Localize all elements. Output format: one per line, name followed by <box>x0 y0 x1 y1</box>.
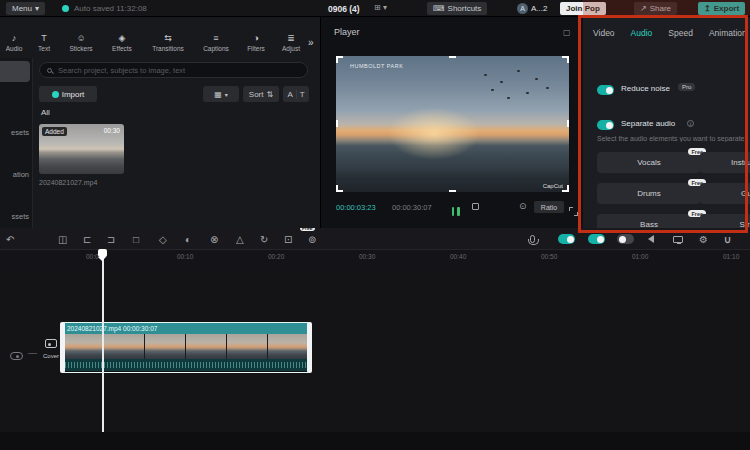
sort-button[interactable]: Sort ⇅ <box>243 86 279 102</box>
join-pro-button[interactable]: Join Pop <box>560 2 606 15</box>
stop-button[interactable] <box>472 203 479 210</box>
tab-captions[interactable]: ≡ Captions <box>194 34 238 52</box>
timeline-toggle-2[interactable] <box>588 234 605 244</box>
clip-trim-handle-right[interactable] <box>307 322 312 373</box>
record-icon[interactable]: ⊚ <box>308 228 316 250</box>
ratio-button[interactable]: Ratio <box>534 201 564 213</box>
timeline-toolbar: ↶ ◫ ⊏ ⊐ □ ◇ ◐ ⊗ △ ↻ ⊡ ⊚ Free ⚙ ∪ <box>0 228 750 250</box>
tab-overflow-button[interactable]: » <box>308 37 321 48</box>
tab-adjust[interactable]: ≣ Adjust <box>274 34 308 52</box>
tab-stickers[interactable]: ☺ Stickers <box>60 34 102 52</box>
playhead-line[interactable] <box>102 250 104 432</box>
tab-transitions[interactable]: ⇆ Transitions <box>142 34 194 52</box>
mirror-icon[interactable]: ◐ <box>185 228 191 250</box>
timeline-toggle-3[interactable] <box>617 234 634 244</box>
video-preview[interactable]: HUMBOLDT PARK CapCut <box>336 56 569 192</box>
delete-icon[interactable]: □ <box>133 228 139 250</box>
selection-handle[interactable] <box>336 56 343 63</box>
ruler-label: 00:30 <box>359 253 375 260</box>
delete-left-icon[interactable]: ⊏ <box>83 228 91 250</box>
tab-effects[interactable]: ◈ Effects <box>102 34 142 52</box>
selection-handle[interactable] <box>449 56 456 58</box>
player-expand-icon[interactable]: ▢ <box>563 28 571 37</box>
capcut-watermark: CapCut <box>543 183 563 189</box>
filter-text-button[interactable]: T <box>297 90 308 99</box>
media-search[interactable] <box>39 62 308 78</box>
track-collapse-icon[interactable]: — <box>28 348 37 358</box>
playhead-handle[interactable] <box>98 249 107 257</box>
capcut-editor-window: Menu ▾ Auto saved 11:32:08 0906 (4) ⊞ ▾ … <box>0 0 750 450</box>
info-icon[interactable]: i <box>687 120 694 127</box>
stem-drums-button[interactable]: Drums Free <box>597 183 701 204</box>
tab-animation[interactable]: Animation <box>709 28 747 38</box>
view-options-button[interactable]: ▦ ▾ <box>203 86 239 102</box>
player-title: Player <box>334 27 360 37</box>
pro-badge: Pro <box>678 83 695 91</box>
stem-vocals-button[interactable]: Vocals Free <box>597 152 701 173</box>
voiceover-mic-icon[interactable] <box>530 228 535 250</box>
timeline-ruler[interactable]: 00:00 00:10 00:20 00:30 00:40 00:50 01:0… <box>0 250 750 266</box>
pause-button[interactable] <box>450 202 461 220</box>
mute-icon[interactable]: △ <box>236 228 244 250</box>
selection-handle[interactable] <box>567 120 569 127</box>
loop-icon[interactable]: ↻ <box>260 228 268 250</box>
shortcuts-button[interactable]: ⌨ Shortcuts <box>427 2 487 15</box>
filter-all-button[interactable]: A <box>284 90 296 99</box>
tab-video[interactable]: Video <box>593 28 615 38</box>
reduce-noise-label: Reduce noise <box>621 84 670 93</box>
side-nav-item[interactable]: ation <box>0 170 29 179</box>
delete-right-icon[interactable]: ⊐ <box>107 228 115 250</box>
adjust-icon: ≣ <box>287 34 295 43</box>
settings-gear-icon[interactable]: ⚙ <box>699 228 708 250</box>
magnet-snap-icon[interactable]: ∪ <box>724 228 731 250</box>
import-button[interactable]: Import <box>39 86 97 102</box>
selection-handle[interactable] <box>562 56 569 63</box>
side-nav-item[interactable]: esets <box>0 128 29 137</box>
display-icon[interactable] <box>673 228 683 250</box>
avatar[interactable]: A <box>517 3 528 14</box>
side-nav-item[interactable]: ssets <box>0 212 29 221</box>
snapshot-button[interactable]: ⊙ <box>519 201 527 211</box>
timeline-clip[interactable]: 20240821027.mp4 00:00:30:07 <box>62 322 310 373</box>
tab-speed[interactable]: Speed <box>668 28 693 38</box>
selection-handle[interactable] <box>449 190 456 192</box>
split-icon[interactable]: ◫ <box>58 228 67 250</box>
layout-switcher-button[interactable]: ⊞ ▾ <box>374 3 387 12</box>
ruler-label: 01:10 <box>723 253 739 260</box>
bird-speck <box>507 97 510 99</box>
freeze-icon[interactable]: ◇ <box>159 228 167 250</box>
stem-instruments-button[interactable]: Instruments <box>700 152 750 173</box>
menu-button[interactable]: Menu ▾ <box>6 2 45 15</box>
remove-icon[interactable]: ⊗ <box>210 228 218 250</box>
stem-bass-button[interactable]: Bass Free <box>597 214 701 228</box>
timeline-toggle-1[interactable] <box>558 234 575 244</box>
side-nav-item-selected[interactable] <box>0 61 30 82</box>
tab-text[interactable]: T Text <box>28 34 60 52</box>
timeline-bottom-strip <box>0 432 750 450</box>
stem-strings-button[interactable]: Strings <box>700 214 750 228</box>
tab-audio[interactable]: ♪ Audio <box>0 34 28 52</box>
search-input[interactable] <box>56 65 286 76</box>
share-button[interactable]: ↗ Share <box>634 2 677 15</box>
reduce-noise-toggle[interactable] <box>597 85 614 95</box>
media-asset-thumbnail[interactable]: Added 00:30 <box>39 124 124 174</box>
clip-trim-handle-left[interactable] <box>60 322 65 373</box>
cover-button[interactable]: Cover <box>40 334 62 359</box>
stem-guitar-button[interactable]: Guitar <box>700 183 750 204</box>
tab-filters[interactable]: ◑ Filters <box>238 34 274 52</box>
bird-speck <box>517 70 520 72</box>
filter-buttons: A T <box>283 86 309 102</box>
chevron-down-icon: ▾ <box>383 3 387 12</box>
undo-icon[interactable]: ↶ <box>6 228 14 250</box>
captions-icon: ≡ <box>213 34 218 43</box>
selection-handle[interactable] <box>336 120 338 127</box>
selection-handle[interactable] <box>336 185 343 192</box>
separate-audio-toggle[interactable] <box>597 120 614 130</box>
export-button[interactable]: ↥ Export <box>698 2 745 15</box>
crop-icon[interactable]: ⊡ <box>284 228 292 250</box>
selection-handle[interactable] <box>562 185 569 192</box>
fullscreen-button[interactable] <box>569 207 578 216</box>
tab-audio[interactable]: Audio <box>631 28 653 38</box>
speaker-icon[interactable] <box>648 228 654 250</box>
track-toggle-icon[interactable] <box>10 352 23 360</box>
